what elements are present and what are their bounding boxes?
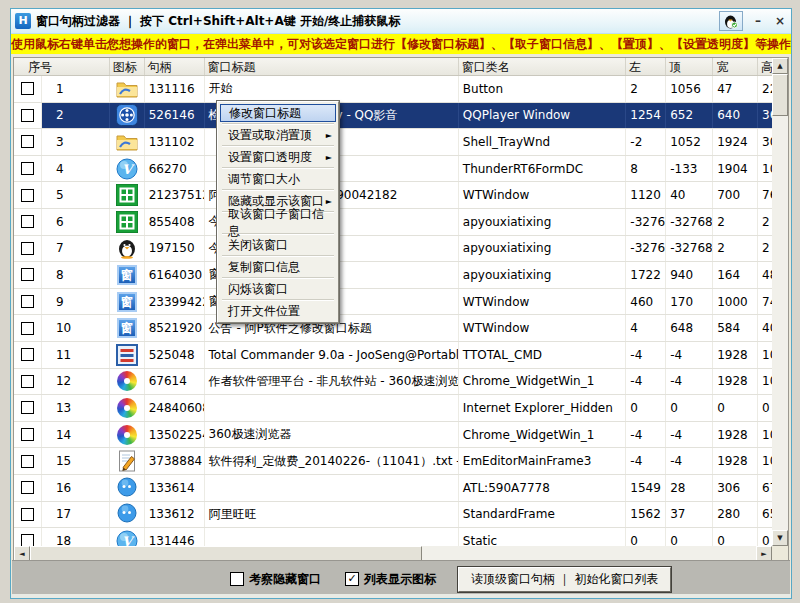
- table-row[interactable]: 1131116开始Button210564722: [14, 76, 772, 103]
- checkbox-hidden-windows[interactable]: 考察隐藏窗口: [230, 571, 321, 588]
- column-header-5[interactable]: 窗口类名: [459, 58, 627, 75]
- menu-item-label: 取该窗口子窗口信息: [228, 206, 332, 240]
- cell-handle: 24840608: [145, 395, 205, 421]
- table-row[interactable]: 17133612阿里旺旺StandardFrame15623728065: [14, 502, 772, 529]
- cell-height: 22: [758, 76, 772, 102]
- row-checkbox[interactable]: [21, 215, 34, 228]
- row-checkbox[interactable]: [21, 322, 34, 335]
- read-handles-button[interactable]: 读顶级窗口句柄 ｜ 初始化窗口列表: [458, 567, 671, 592]
- row-checkbox[interactable]: [21, 109, 34, 122]
- chuang-icon: 窗: [115, 317, 138, 339]
- row-checkbox[interactable]: [21, 162, 34, 175]
- cell-width: 2: [713, 209, 758, 235]
- cell-class: QQPlayer Window: [459, 103, 627, 129]
- table-row[interactable]: 521237512阿 790042182WTWindow11204070076: [14, 182, 772, 209]
- menu-item[interactable]: 修改窗口标题: [220, 104, 336, 122]
- column-header-2[interactable]: 图标: [110, 58, 145, 75]
- row-checkbox[interactable]: [21, 268, 34, 281]
- menu-item[interactable]: 取该窗口子窗口信息: [220, 214, 336, 232]
- footer-bar: 考察隐藏窗口 ✓ 列表显示图标 读顶级窗口句柄 ｜ 初始化窗口列表: [12, 560, 790, 597]
- vertical-scrollbar[interactable]: ▲ ▼: [772, 58, 788, 546]
- row-checkbox[interactable]: [21, 375, 34, 388]
- window-list: 序号图标句柄窗口标题窗口类名左顶宽高 1131116开始Button210564…: [13, 57, 789, 563]
- table-row[interactable]: 6855408今apyouxiatixing-32768-3276822: [14, 209, 772, 236]
- table-row[interactable]: 8窗6164030窗apyouxiatixing172294016448: [14, 262, 772, 289]
- vertical-scroll-thumb[interactable]: [772, 74, 788, 116]
- column-header-7[interactable]: 顶: [666, 58, 713, 75]
- row-checkbox[interactable]: [21, 82, 34, 95]
- checkbox-hidden-windows-box[interactable]: [230, 572, 244, 586]
- row-checkbox[interactable]: [21, 295, 34, 308]
- menu-separator: [222, 277, 334, 279]
- row-checkbox-cell: [14, 315, 42, 341]
- menu-item[interactable]: 复制窗口信息: [220, 258, 336, 276]
- cell-icon: 窗: [110, 315, 145, 341]
- row-checkbox[interactable]: [21, 189, 34, 202]
- table-row[interactable]: 2526146检 kv - QQ影音QQPlayer Window1254652…: [14, 103, 772, 130]
- menu-item[interactable]: 打开文件位置: [220, 302, 336, 320]
- table-row[interactable]: 10窗8521920公告 - 阿P软件之修改窗口标题WTWindow464858…: [14, 315, 772, 342]
- row-checkbox[interactable]: [21, 455, 34, 468]
- cell-left: -4: [626, 448, 666, 474]
- menu-item[interactable]: 关闭该窗口: [220, 236, 336, 254]
- cell-class: apyouxiatixing: [459, 262, 627, 288]
- cell-left: 1254: [626, 103, 666, 129]
- checkbox-show-icons[interactable]: ✓ 列表显示图标: [345, 571, 436, 588]
- cell-top: -32768: [666, 209, 713, 235]
- menu-separator: [222, 167, 334, 169]
- cell-top: 37: [666, 502, 713, 528]
- row-checkbox[interactable]: [21, 481, 34, 494]
- row-checkbox[interactable]: [21, 135, 34, 148]
- qq-penguin-button[interactable]: [719, 11, 743, 31]
- table-row[interactable]: 11525048Total Commander 9.0a - JooSeng@P…: [14, 342, 772, 369]
- close-button[interactable]: ×: [773, 14, 787, 28]
- column-header-8[interactable]: 宽: [713, 58, 758, 75]
- table-row[interactable]: 18V131446Static0000: [14, 528, 772, 546]
- menu-item[interactable]: 设置窗口透明度►: [220, 148, 336, 166]
- column-header-9[interactable]: 高: [758, 58, 772, 75]
- row-checkbox[interactable]: [21, 428, 34, 441]
- row-checkbox[interactable]: [21, 534, 34, 546]
- cell-height: 48: [758, 262, 772, 288]
- table-row[interactable]: 7197150今apyouxiatixing-32768-3276822: [14, 236, 772, 263]
- checkbox-show-icons-label: 列表显示图标: [364, 571, 436, 588]
- table-row[interactable]: 153738884软件得利_定做费_20140226-（11041）.txt -…: [14, 448, 772, 475]
- cell-title: 阿里旺旺: [205, 502, 459, 528]
- cell-width: 1928: [713, 422, 758, 448]
- scroll-up-button[interactable]: ▲: [772, 58, 788, 74]
- menu-item[interactable]: 闪烁该窗口: [220, 280, 336, 298]
- row-checkbox-cell: [14, 448, 42, 474]
- checkbox-show-icons-box[interactable]: ✓: [345, 572, 359, 586]
- table-row[interactable]: 3131102Shell_TrayWnd-21052192430: [14, 129, 772, 156]
- cell-left: 1549: [626, 475, 666, 501]
- table-row[interactable]: 1413502254360极速浏览器Chrome_WidgetWin_1-4-4…: [14, 422, 772, 449]
- scroll-down-button[interactable]: ▼: [772, 530, 788, 546]
- minimize-button[interactable]: –: [751, 14, 765, 28]
- cell-top: 0: [666, 395, 713, 421]
- column-header-4[interactable]: 窗口标题: [205, 58, 459, 75]
- table-row[interactable]: 9窗23399422窗WTWindow460170100074: [14, 289, 772, 316]
- row-checkbox[interactable]: [21, 348, 34, 361]
- row-checkbox-cell: [14, 76, 42, 102]
- cell-top: -4: [666, 448, 713, 474]
- cell-height: 10: [758, 156, 772, 182]
- list-rows: 1131116开始Button2105647222526146检 kv - QQ…: [14, 76, 772, 546]
- row-checkbox[interactable]: [21, 508, 34, 521]
- row-checkbox[interactable]: [21, 401, 34, 414]
- table-row[interactable]: 1324840608Internet Explorer_Hidden0000: [14, 395, 772, 422]
- wangwang-icon: [115, 477, 138, 499]
- menu-item-label: 闪烁该窗口: [228, 281, 288, 298]
- cell-class: Static: [459, 528, 627, 546]
- cell-left: 2: [626, 76, 666, 102]
- menu-item[interactable]: 调节窗口大小: [220, 170, 336, 188]
- table-row[interactable]: 16133614ATL:590A777815492830667: [14, 475, 772, 502]
- column-header-6[interactable]: 左: [626, 58, 666, 75]
- table-row[interactable]: 1267614作者软件管理平台 - 非凡软件站 - 360极速浏览器Chrome…: [14, 369, 772, 396]
- column-header-1[interactable]: 序号: [14, 58, 110, 75]
- cell-num: 15: [42, 448, 110, 474]
- menu-item[interactable]: 设置或取消置顶►: [220, 126, 336, 144]
- column-header-3[interactable]: 句柄: [145, 58, 205, 75]
- row-checkbox[interactable]: [21, 242, 34, 255]
- cell-top: 648: [666, 315, 713, 341]
- table-row[interactable]: 4V66270ThunderRT6FormDC8-133190410: [14, 156, 772, 183]
